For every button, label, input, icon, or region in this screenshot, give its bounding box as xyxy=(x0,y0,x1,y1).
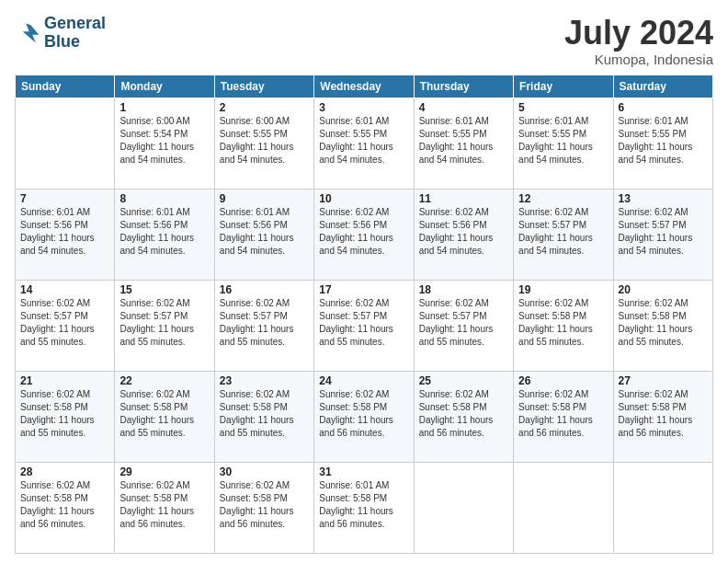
calendar-cell xyxy=(613,462,712,553)
day-detail: Sunrise: 6:02 AMSunset: 5:58 PMDaylight:… xyxy=(220,388,309,440)
calendar-week-5: 28Sunrise: 6:02 AMSunset: 5:58 PMDayligh… xyxy=(16,462,713,553)
day-detail: Sunrise: 6:02 AMSunset: 5:57 PMDaylight:… xyxy=(419,297,508,349)
day-number: 8 xyxy=(119,192,209,205)
day-detail: Sunrise: 6:00 AMSunset: 5:55 PMDaylight:… xyxy=(220,115,309,167)
day-detail: Sunrise: 6:02 AMSunset: 5:57 PMDaylight:… xyxy=(619,206,708,258)
svg-marker-0 xyxy=(23,23,40,42)
calendar-cell: 12Sunrise: 6:02 AMSunset: 5:57 PMDayligh… xyxy=(514,189,613,280)
day-detail: Sunrise: 6:01 AMSunset: 5:56 PMDaylight:… xyxy=(119,206,209,258)
calendar-cell: 22Sunrise: 6:02 AMSunset: 5:58 PMDayligh… xyxy=(115,371,214,462)
day-number: 18 xyxy=(419,283,508,296)
day-number: 15 xyxy=(119,283,209,296)
day-detail: Sunrise: 6:02 AMSunset: 5:57 PMDaylight:… xyxy=(119,297,209,349)
day-number: 26 xyxy=(518,374,608,387)
calendar-cell: 29Sunrise: 6:02 AMSunset: 5:58 PMDayligh… xyxy=(115,462,214,553)
calendar-cell: 26Sunrise: 6:02 AMSunset: 5:58 PMDayligh… xyxy=(514,371,613,462)
day-detail: Sunrise: 6:02 AMSunset: 5:58 PMDaylight:… xyxy=(518,388,608,440)
calendar-cell: 5Sunrise: 6:01 AMSunset: 5:55 PMDaylight… xyxy=(514,98,613,189)
column-header-sunday: Sunday xyxy=(16,75,115,98)
day-detail: Sunrise: 6:02 AMSunset: 5:56 PMDaylight:… xyxy=(319,206,408,258)
calendar-cell: 28Sunrise: 6:02 AMSunset: 5:58 PMDayligh… xyxy=(16,462,115,553)
day-detail: Sunrise: 6:01 AMSunset: 5:56 PMDaylight:… xyxy=(220,206,309,258)
calendar-table: SundayMondayTuesdayWednesdayThursdayFrid… xyxy=(15,75,713,554)
day-detail: Sunrise: 6:02 AMSunset: 5:57 PMDaylight:… xyxy=(518,206,608,258)
calendar-cell: 27Sunrise: 6:02 AMSunset: 5:58 PMDayligh… xyxy=(613,371,712,462)
day-number: 5 xyxy=(518,101,608,114)
day-detail: Sunrise: 6:01 AMSunset: 5:55 PMDaylight:… xyxy=(518,115,608,167)
day-detail: Sunrise: 6:02 AMSunset: 5:58 PMDaylight:… xyxy=(20,479,109,531)
column-header-saturday: Saturday xyxy=(613,75,712,98)
calendar-cell: 1Sunrise: 6:00 AMSunset: 5:54 PMDaylight… xyxy=(115,98,214,189)
day-number: 14 xyxy=(20,283,109,296)
day-detail: Sunrise: 6:02 AMSunset: 5:58 PMDaylight:… xyxy=(220,479,309,531)
day-detail: Sunrise: 6:01 AMSunset: 5:55 PMDaylight:… xyxy=(419,115,508,167)
day-number: 10 xyxy=(319,192,408,205)
day-number: 23 xyxy=(220,374,309,387)
day-number: 13 xyxy=(619,192,708,205)
month-title: July 2024 xyxy=(564,15,713,52)
day-detail: Sunrise: 6:02 AMSunset: 5:58 PMDaylight:… xyxy=(319,388,408,440)
day-number: 6 xyxy=(619,101,708,114)
calendar-cell: 9Sunrise: 6:01 AMSunset: 5:56 PMDaylight… xyxy=(214,189,313,280)
calendar-cell: 16Sunrise: 6:02 AMSunset: 5:57 PMDayligh… xyxy=(214,280,313,371)
day-number: 20 xyxy=(619,283,708,296)
day-detail: Sunrise: 6:01 AMSunset: 5:56 PMDaylight:… xyxy=(20,206,109,258)
calendar-cell: 3Sunrise: 6:01 AMSunset: 5:55 PMDaylight… xyxy=(314,98,414,189)
logo-text: General Blue xyxy=(44,15,106,52)
day-number: 1 xyxy=(119,101,209,114)
day-detail: Sunrise: 6:02 AMSunset: 5:57 PMDaylight:… xyxy=(319,297,408,349)
day-detail: Sunrise: 6:02 AMSunset: 5:58 PMDaylight:… xyxy=(119,479,209,531)
day-number: 30 xyxy=(220,465,309,478)
calendar-cell: 23Sunrise: 6:02 AMSunset: 5:58 PMDayligh… xyxy=(214,371,313,462)
day-number: 17 xyxy=(319,283,408,296)
day-number: 31 xyxy=(319,465,408,478)
calendar-cell: 11Sunrise: 6:02 AMSunset: 5:56 PMDayligh… xyxy=(414,189,513,280)
title-block: July 2024 Kumopa, Indonesia xyxy=(564,15,713,67)
day-number: 4 xyxy=(419,101,508,114)
day-detail: Sunrise: 6:02 AMSunset: 5:58 PMDaylight:… xyxy=(518,297,608,349)
calendar-cell: 7Sunrise: 6:01 AMSunset: 5:56 PMDaylight… xyxy=(16,189,115,280)
day-number: 7 xyxy=(20,192,109,205)
header: General Blue July 2024 Kumopa, Indonesia xyxy=(15,15,713,67)
calendar-week-4: 21Sunrise: 6:02 AMSunset: 5:58 PMDayligh… xyxy=(16,371,713,462)
day-number: 29 xyxy=(119,465,209,478)
calendar-cell: 17Sunrise: 6:02 AMSunset: 5:57 PMDayligh… xyxy=(314,280,414,371)
day-number: 22 xyxy=(119,374,209,387)
calendar-cell: 24Sunrise: 6:02 AMSunset: 5:58 PMDayligh… xyxy=(314,371,414,462)
day-number: 3 xyxy=(319,101,408,114)
calendar-cell: 14Sunrise: 6:02 AMSunset: 5:57 PMDayligh… xyxy=(16,280,115,371)
day-detail: Sunrise: 6:01 AMSunset: 5:58 PMDaylight:… xyxy=(319,479,408,531)
column-header-friday: Friday xyxy=(514,75,613,98)
calendar-cell: 15Sunrise: 6:02 AMSunset: 5:57 PMDayligh… xyxy=(115,280,214,371)
column-header-monday: Monday xyxy=(115,75,214,98)
day-number: 16 xyxy=(220,283,309,296)
day-detail: Sunrise: 6:02 AMSunset: 5:57 PMDaylight:… xyxy=(220,297,309,349)
calendar-cell: 19Sunrise: 6:02 AMSunset: 5:58 PMDayligh… xyxy=(514,280,613,371)
page: General Blue July 2024 Kumopa, Indonesia… xyxy=(0,0,728,563)
calendar-cell xyxy=(414,462,513,553)
day-detail: Sunrise: 6:02 AMSunset: 5:58 PMDaylight:… xyxy=(119,388,209,440)
day-number: 19 xyxy=(518,283,608,296)
day-detail: Sunrise: 6:00 AMSunset: 5:54 PMDaylight:… xyxy=(119,115,209,167)
day-detail: Sunrise: 6:01 AMSunset: 5:55 PMDaylight:… xyxy=(319,115,408,167)
day-detail: Sunrise: 6:02 AMSunset: 5:58 PMDaylight:… xyxy=(20,388,109,440)
day-number: 12 xyxy=(518,192,608,205)
calendar-week-1: 1Sunrise: 6:00 AMSunset: 5:54 PMDaylight… xyxy=(16,98,713,189)
calendar-cell xyxy=(16,98,115,189)
location: Kumopa, Indonesia xyxy=(564,52,713,67)
column-header-tuesday: Tuesday xyxy=(214,75,313,98)
day-number: 21 xyxy=(20,374,109,387)
calendar-cell: 4Sunrise: 6:01 AMSunset: 5:55 PMDaylight… xyxy=(414,98,513,189)
calendar-cell: 31Sunrise: 6:01 AMSunset: 5:58 PMDayligh… xyxy=(314,462,414,553)
day-detail: Sunrise: 6:02 AMSunset: 5:58 PMDaylight:… xyxy=(619,388,708,440)
day-number: 24 xyxy=(319,374,408,387)
calendar-cell: 8Sunrise: 6:01 AMSunset: 5:56 PMDaylight… xyxy=(115,189,214,280)
day-number: 25 xyxy=(419,374,508,387)
calendar-cell: 21Sunrise: 6:02 AMSunset: 5:58 PMDayligh… xyxy=(16,371,115,462)
day-number: 28 xyxy=(20,465,109,478)
day-detail: Sunrise: 6:02 AMSunset: 5:57 PMDaylight:… xyxy=(20,297,109,349)
calendar-cell: 18Sunrise: 6:02 AMSunset: 5:57 PMDayligh… xyxy=(414,280,513,371)
column-header-wednesday: Wednesday xyxy=(314,75,414,98)
calendar-cell: 25Sunrise: 6:02 AMSunset: 5:58 PMDayligh… xyxy=(414,371,513,462)
day-number: 27 xyxy=(619,374,708,387)
